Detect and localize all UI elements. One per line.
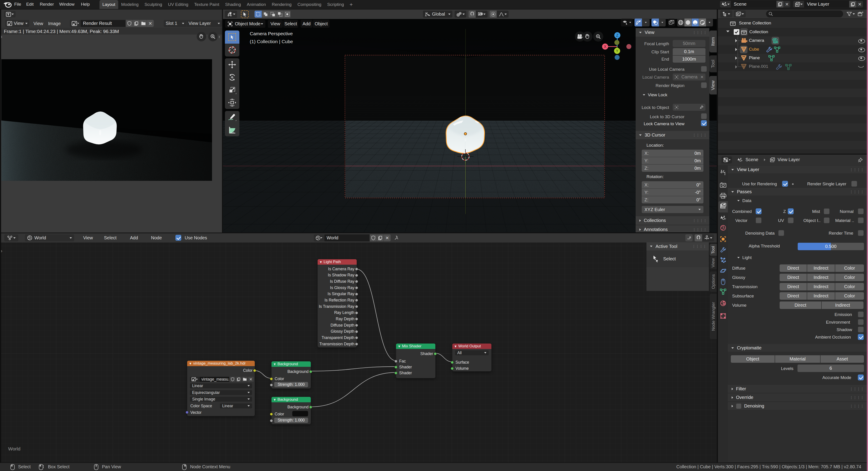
svg-text:Z: Z [616, 33, 618, 37]
svg-text:X: X [604, 45, 607, 49]
svg-text:Y: Y [616, 49, 618, 53]
